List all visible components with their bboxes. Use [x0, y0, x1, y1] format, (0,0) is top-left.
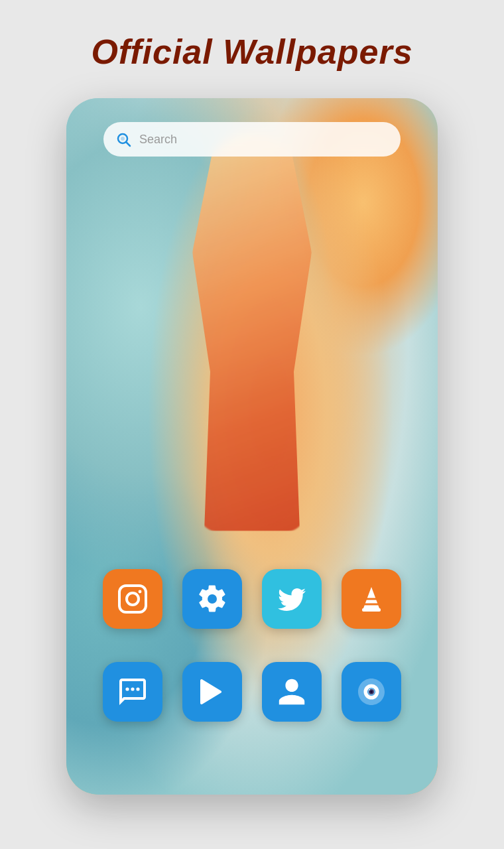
svg-point-10 — [125, 687, 129, 690]
search-bar[interactable]: Search — [103, 122, 401, 157]
svg-rect-3 — [119, 586, 146, 612]
svg-point-4 — [127, 593, 139, 605]
search-bar-container: Search — [103, 122, 401, 157]
page-title: Official Wallpapers — [91, 32, 412, 72]
camera-app-icon[interactable] — [342, 662, 401, 722]
settings-app-icon[interactable] — [182, 569, 242, 629]
vlc-app-icon[interactable] — [342, 569, 401, 629]
app-row-2 — [103, 662, 401, 722]
search-icon — [114, 130, 133, 149]
svg-point-11 — [131, 687, 134, 690]
search-placeholder: Search — [139, 133, 177, 147]
wallpaper-shape — [192, 133, 312, 531]
svg-rect-7 — [362, 608, 381, 612]
contacts-app-icon[interactable] — [262, 662, 322, 722]
svg-point-17 — [370, 690, 373, 693]
svg-line-1 — [127, 143, 131, 147]
svg-point-12 — [136, 687, 139, 690]
phone-frame: Search — [66, 98, 438, 795]
app-row-1 — [103, 569, 401, 629]
instagram-app-icon[interactable] — [103, 569, 162, 629]
svg-point-18 — [369, 689, 370, 690]
playstore-app-icon[interactable] — [182, 662, 242, 722]
svg-point-2 — [121, 137, 125, 141]
messages-app-icon[interactable] — [103, 662, 162, 722]
twitter-app-icon[interactable] — [262, 569, 322, 629]
svg-point-5 — [139, 590, 142, 594]
